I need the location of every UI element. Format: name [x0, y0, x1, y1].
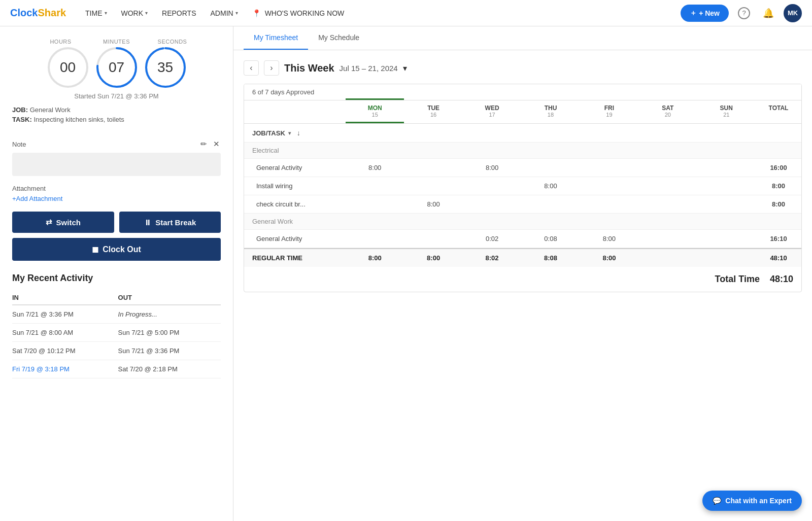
seconds-dial: 35	[145, 47, 186, 88]
nav-whos-working[interactable]: 📍 WHO'S WORKING NOW	[245, 0, 352, 26]
clockout-button[interactable]: ◼ Clock Out	[12, 238, 221, 261]
col-sun: SUN 21	[697, 100, 756, 123]
clock-labels: HOURS MINUTES SECONDS	[41, 39, 193, 45]
job-label: JOB:	[12, 106, 28, 114]
table-row: check circuit br... 8:00 8:00	[244, 195, 801, 214]
switch-button[interactable]: ⇄ Switch	[12, 212, 114, 233]
right-panel: My Timesheet My Schedule ‹ › This Week J…	[233, 26, 812, 521]
nav-reports[interactable]: REPORTS	[155, 0, 203, 26]
recent-activity-title: My Recent Activity	[12, 273, 221, 284]
stop-icon: ◼	[92, 245, 98, 254]
timesheet-tabs: My Timesheet My Schedule	[233, 26, 812, 50]
ts-header-row: MON 15 TUE 16 WED 17 THU 18	[244, 100, 801, 124]
total-time-label: Total Time	[715, 274, 760, 285]
task-general-activity: General Activity	[244, 159, 346, 177]
work-caret-icon: ▾	[145, 10, 148, 16]
section-general-work: General Work	[244, 214, 801, 230]
list-item: Sun 7/21 @ 3:36 PMIn Progress...	[12, 305, 221, 324]
col-thu: THU 18	[521, 100, 580, 123]
col-fri: FRI 19	[580, 100, 638, 123]
note-section: Note ✏ ✕	[12, 138, 221, 178]
task-info: TASK: Inspecting kitchen sinks, toilets	[12, 116, 221, 123]
list-item: Fri 7/19 @ 3:18 PMSat 7/20 @ 2:18 PM	[12, 360, 221, 378]
action-buttons: ⇄ Switch ⏸ Start Break	[12, 212, 221, 233]
clear-note-button[interactable]: ✕	[212, 138, 221, 150]
jobtask-header[interactable]: JOB/TASK ▾ ↓	[244, 124, 801, 143]
tab-my-timesheet[interactable]: My Timesheet	[244, 26, 308, 50]
list-item: Sat 7/20 @ 10:12 PMSun 7/21 @ 3:36 PM	[12, 342, 221, 360]
table-row: Install wiring 8:00 8:00	[244, 177, 801, 195]
pin-icon: 📍	[252, 9, 261, 17]
admin-caret-icon: ▾	[235, 10, 238, 16]
task-label: TASK:	[12, 116, 32, 123]
edit-note-button[interactable]: ✏	[199, 138, 208, 150]
bell-icon: 🔔	[763, 8, 774, 19]
recent-activity-section: My Recent Activity IN OUT Sun 7/21 @ 3:3…	[12, 273, 221, 387]
job-value: General Work	[30, 106, 71, 114]
total-time-value: 48:10	[770, 274, 793, 285]
notifications-button[interactable]: 🔔	[759, 4, 777, 22]
question-icon: ?	[738, 7, 750, 19]
approved-text: 6 of 7 days Approved	[244, 84, 346, 100]
chat-button[interactable]: 💬 Chat with an Expert	[702, 491, 802, 511]
logo[interactable]: ClockShark	[10, 7, 66, 19]
col-wed: WED 17	[463, 100, 521, 123]
table-row: General Activity 8:00 8:00 16:00	[244, 159, 801, 177]
sort-arrow-icon: ↓	[297, 129, 300, 137]
timesheet-table-wrapper: 6 of 7 days Approved MON 15	[244, 84, 802, 292]
approved-row: 6 of 7 days Approved	[244, 84, 801, 100]
jobtask-dropdown-icon: ▾	[288, 130, 291, 136]
week-dates: Jul 15 – 21, 2024	[340, 64, 398, 73]
help-button[interactable]: ?	[735, 4, 753, 22]
break-button[interactable]: ⏸ Start Break	[119, 212, 221, 233]
totals-row: REGULAR TIME 8:00 8:00 8:02 8:08 8:00 48…	[244, 248, 801, 267]
main-layout: HOURS MINUTES SECONDS 00	[0, 26, 812, 521]
minutes-dial: 07	[96, 47, 138, 88]
next-week-button[interactable]: ›	[264, 60, 279, 76]
col-mon: MON 15	[346, 100, 404, 123]
new-button[interactable]: ＋ + New	[681, 5, 729, 22]
clock-started-text: Started Sun 7/21 @ 3:36 PM	[74, 92, 158, 100]
col-out: OUT	[118, 291, 221, 305]
timesheet-content: ‹ › This Week Jul 15 – 21, 2024 ▾ 6 of 7…	[233, 50, 812, 302]
switch-icon: ⇄	[46, 218, 52, 227]
clock-section: HOURS MINUTES SECONDS 00	[12, 39, 221, 133]
attachment-label: Attachment	[12, 185, 221, 192]
week-title: This Week	[284, 62, 334, 74]
minutes-label: MINUTES	[96, 39, 137, 45]
task-value: Inspecting kitchen sinks, toilets	[33, 116, 124, 123]
navbar: ClockShark TIME ▾ WORK ▾ REPORTS ADMIN ▾…	[0, 0, 812, 26]
attachment-section: Attachment +Add Attachment	[12, 185, 221, 202]
nav-admin[interactable]: ADMIN ▾	[204, 0, 245, 26]
col-in: IN	[12, 291, 118, 305]
job-info: JOB: General Work	[12, 106, 221, 114]
add-attachment-link[interactable]: +Add Attachment	[12, 195, 62, 202]
tab-my-schedule[interactable]: My Schedule	[308, 26, 369, 50]
nav-time[interactable]: TIME ▾	[78, 0, 114, 26]
nav-menu: TIME ▾ WORK ▾ REPORTS ADMIN ▾ 📍 WHO'S WO…	[78, 0, 681, 26]
total-time-row: Total Time 48:10	[244, 267, 801, 292]
plus-icon: ＋	[690, 9, 697, 18]
note-label: Note	[12, 141, 26, 148]
seconds-label: SECONDS	[152, 39, 193, 45]
section-electrical: Electrical	[244, 143, 801, 159]
clock-info: JOB: General Work TASK: Inspecting kitch…	[12, 106, 221, 125]
week-navigation: ‹ › This Week Jul 15 – 21, 2024 ▾	[244, 60, 802, 76]
hours-label: HOURS	[41, 39, 81, 45]
nav-right: ＋ + New ? 🔔 MK	[681, 4, 802, 22]
list-item: Sun 7/21 @ 8:00 AMSun 7/21 @ 5:00 PM	[12, 324, 221, 342]
table-row: General Activity 0:02 0:08 8:00 16:10	[244, 230, 801, 248]
col-tue: TUE 16	[404, 100, 462, 123]
user-avatar[interactable]: MK	[784, 4, 802, 22]
hours-dial: 00	[47, 47, 89, 88]
pause-icon: ⏸	[144, 218, 151, 227]
week-dropdown-button[interactable]: ▾	[403, 63, 407, 73]
col-total: TOTAL	[756, 100, 801, 123]
time-caret-icon: ▾	[105, 10, 107, 16]
nav-work[interactable]: WORK ▾	[114, 0, 155, 26]
recent-activity-table: IN OUT Sun 7/21 @ 3:36 PMIn Progress...S…	[12, 291, 221, 378]
note-input[interactable]	[12, 153, 221, 176]
left-panel: HOURS MINUTES SECONDS 00	[0, 26, 233, 521]
clock-dials: 00 07 35	[47, 47, 186, 88]
prev-week-button[interactable]: ‹	[244, 60, 259, 76]
